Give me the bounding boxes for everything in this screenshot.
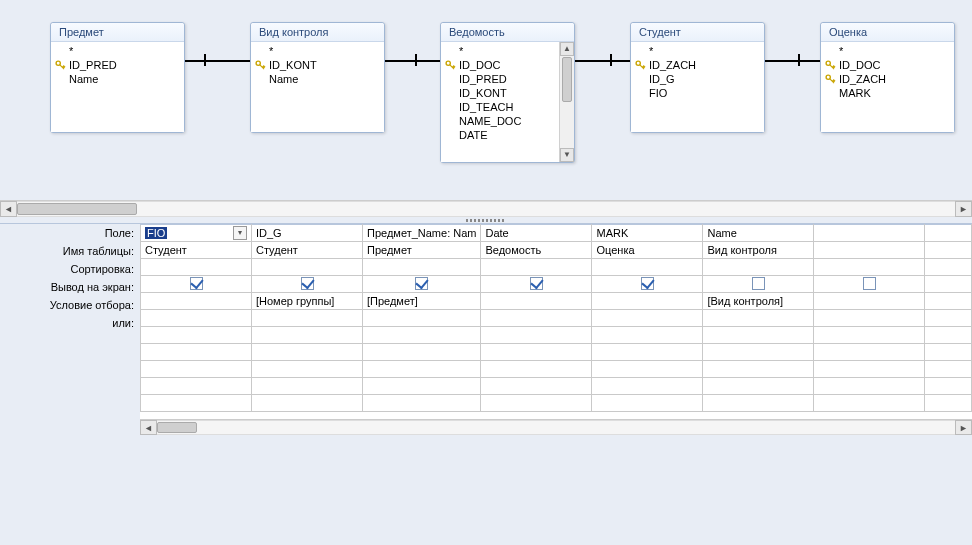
field-star[interactable]: * [51,44,184,58]
field-id-kont[interactable]: ID_KONT [441,86,559,100]
grid-cell[interactable] [481,361,592,378]
show-checkbox[interactable] [863,277,876,290]
grid-cell[interactable] [925,293,972,310]
grid-cell[interactable] [814,378,925,395]
scroll-thumb[interactable] [17,203,137,215]
table-field-list[interactable]: * ID_ZACH ID_G FIO [631,42,764,132]
field-name[interactable]: Name [51,72,184,86]
grid-cell[interactable]: Ведомость [481,242,592,259]
scroll-thumb[interactable] [562,57,572,102]
show-checkbox[interactable] [530,277,543,290]
grid-cell[interactable]: [Вид контроля] [703,293,814,310]
grid-cell[interactable]: MARK [592,225,703,242]
grid-cell[interactable] [703,310,814,327]
table-vedomost[interactable]: Ведомость * ID_DOC ID_PRED ID_KONT ID_TE… [440,22,575,163]
grid-cell[interactable] [592,344,703,361]
grid-cell[interactable] [592,310,703,327]
field-id-g[interactable]: ID_G [631,72,764,86]
grid-cell[interactable] [703,327,814,344]
field-star[interactable]: * [441,44,559,58]
grid-cell[interactable] [363,259,481,276]
grid-cell[interactable] [363,395,481,412]
grid-cell[interactable] [925,259,972,276]
grid-cell[interactable] [481,378,592,395]
grid-cell[interactable] [252,327,363,344]
grid-cell[interactable]: FIO▾ [141,225,252,242]
grid-cell[interactable] [925,395,972,412]
field-id-kont[interactable]: ID_KONT [251,58,384,72]
table-ocenka[interactable]: Оценка * ID_DOC ID_ZACH MARK [820,22,955,133]
grid-cell[interactable] [252,259,363,276]
chevron-down-icon[interactable]: ▾ [233,226,247,240]
table-title[interactable]: Вид контроля [251,23,384,42]
grid-cell[interactable] [252,344,363,361]
grid-cell[interactable] [814,242,925,259]
show-checkbox[interactable] [190,277,203,290]
grid-cell[interactable] [252,310,363,327]
grid-cell[interactable]: ID_G [252,225,363,242]
scroll-right-button[interactable]: ► [955,420,972,435]
grid-cell[interactable] [703,395,814,412]
table-title[interactable]: Студент [631,23,764,42]
table-field-list[interactable]: * ID_PRED Name [51,42,184,132]
table-title[interactable]: Ведомость [441,23,574,42]
table-predmet[interactable]: Предмет * ID_PRED Name [50,22,185,133]
grid-cell[interactable]: Оценка [592,242,703,259]
show-checkbox[interactable] [415,277,428,290]
grid-cell[interactable]: Name [703,225,814,242]
grid-cell[interactable] [925,242,972,259]
grid-cell[interactable] [925,327,972,344]
grid-cell[interactable] [141,310,252,327]
field-id-doc[interactable]: ID_DOC [821,58,954,72]
field-name[interactable]: Name [251,72,384,86]
grid-cell[interactable] [814,225,925,242]
field-id-zach[interactable]: ID_ZACH [631,58,764,72]
grid-cell[interactable] [252,361,363,378]
show-checkbox[interactable] [752,277,765,290]
grid-cell[interactable] [141,276,252,293]
table-student[interactable]: Студент * ID_ZACH ID_G FIO [630,22,765,133]
grid-cell[interactable] [925,225,972,242]
grid-cell[interactable] [703,259,814,276]
scroll-thumb[interactable] [157,422,197,433]
grid-cell[interactable] [252,378,363,395]
table-vid-kontrolya[interactable]: Вид контроля * ID_KONT Name [250,22,385,133]
grid-cell[interactable]: Предмет [363,242,481,259]
grid-cell[interactable] [814,310,925,327]
table-title[interactable]: Оценка [821,23,954,42]
table-title[interactable]: Предмет [51,23,184,42]
grid-cell[interactable] [703,276,814,293]
relationships-pane[interactable]: Предмет * ID_PRED Name Вид контроля * ID… [0,0,972,200]
grid-cell[interactable]: Date [481,225,592,242]
field-fio[interactable]: FIO [631,86,764,100]
field-id-pred[interactable]: ID_PRED [51,58,184,72]
scroll-down-button[interactable]: ▼ [560,148,574,162]
grid-cell[interactable] [703,378,814,395]
grid-cell[interactable] [814,259,925,276]
grid-cell[interactable] [252,395,363,412]
scroll-track[interactable] [17,201,955,217]
grid-cell[interactable] [363,378,481,395]
grid-cell[interactable] [814,395,925,412]
field-star[interactable]: * [821,44,954,58]
grid-cell[interactable] [814,361,925,378]
field-mark[interactable]: MARK [821,86,954,100]
table-field-list[interactable]: * ID_KONT Name [251,42,384,132]
grid-cell[interactable] [592,293,703,310]
field-id-zach[interactable]: ID_ZACH [821,72,954,86]
field-id-teach[interactable]: ID_TEACH [441,100,559,114]
grid-cell[interactable] [592,378,703,395]
grid-cell[interactable] [925,378,972,395]
grid-cell[interactable] [814,344,925,361]
grid-cell[interactable]: Предмет_Name: Nam [363,225,481,242]
grid-cell[interactable] [481,310,592,327]
grid-cell[interactable] [592,259,703,276]
grid-cell[interactable]: [Номер группы] [252,293,363,310]
grid-cell[interactable] [363,310,481,327]
field-star[interactable]: * [631,44,764,58]
grid-cell[interactable] [925,310,972,327]
grid-hscroll[interactable]: ◄ ► [140,419,972,435]
grid-cell[interactable]: Студент [252,242,363,259]
field-id-doc[interactable]: ID_DOC [441,58,559,72]
field-name-doc[interactable]: NAME_DOC [441,114,559,128]
